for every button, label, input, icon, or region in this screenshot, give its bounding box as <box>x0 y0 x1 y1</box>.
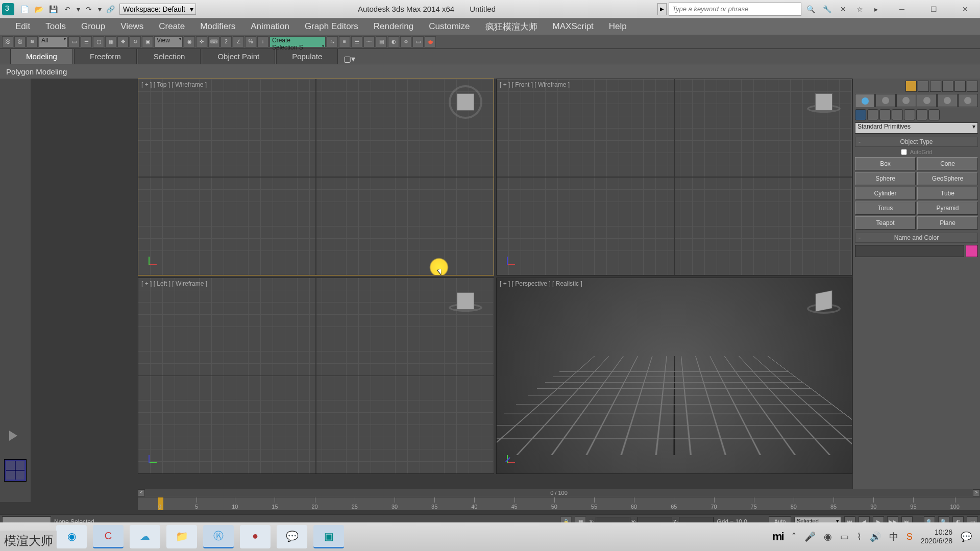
named-selection-dropdown[interactable]: Create Selection S <box>270 36 326 47</box>
teapot-button[interactable]: Teapot <box>855 216 916 230</box>
plane-button[interactable]: Plane <box>917 216 978 230</box>
menu-plugin[interactable]: 疯狂模渲大师 <box>485 21 537 33</box>
keyboard-shortcut-icon[interactable]: ⌨ <box>208 36 219 47</box>
ribbon-expand-icon[interactable]: ▢▾ <box>339 54 359 64</box>
favorites-icon[interactable]: ☆ <box>853 3 866 15</box>
maximize-button[interactable]: ☐ <box>921 4 946 14</box>
objecttype-rollout[interactable]: Object Type <box>855 137 978 147</box>
close-button[interactable]: ✕ <box>952 4 978 14</box>
cone-button[interactable]: Cone <box>917 157 978 170</box>
select-region-icon[interactable]: ▢ <box>93 36 104 47</box>
select-rotate-icon[interactable]: ↻ <box>130 36 141 47</box>
helpers-subtab[interactable] <box>904 109 915 120</box>
hierarchy-tab[interactable] <box>896 94 916 107</box>
pyramid-button[interactable]: Pyramid <box>917 202 978 215</box>
redo-icon[interactable]: ↷ <box>83 3 95 15</box>
search-input[interactable] <box>669 3 801 16</box>
menu-maxscript[interactable]: MAXScript <box>553 21 594 32</box>
menu-help[interactable]: Help <box>609 21 627 32</box>
material-editor-icon[interactable]: ◐ <box>388 36 399 47</box>
cp-icon-3[interactable] <box>930 81 941 92</box>
ribbon-tab-freeform[interactable]: Freeform <box>74 48 137 64</box>
tray-ime-icon[interactable]: 中 <box>889 531 898 543</box>
cp-icon-5[interactable] <box>954 81 966 92</box>
modify-tab[interactable] <box>875 94 895 107</box>
undo-dd-icon[interactable]: ▾ <box>76 3 81 15</box>
cylinder-button[interactable]: Cylinder <box>855 187 916 200</box>
select-object-icon[interactable]: ▭ <box>68 36 80 47</box>
window-crossing-icon[interactable]: ▦ <box>105 36 116 47</box>
viewport-layout-icon[interactable] <box>4 459 27 482</box>
link-icon[interactable]: 🔗 <box>104 3 116 15</box>
exchange-icon[interactable]: ✕ <box>837 3 849 15</box>
menu-views[interactable]: Views <box>120 21 143 32</box>
menu-edit[interactable]: Edit <box>15 21 30 32</box>
help-dd-icon[interactable]: ▸ <box>870 3 882 15</box>
menu-modifiers[interactable]: Modifiers <box>200 21 235 32</box>
menu-customize[interactable]: Customize <box>429 21 470 32</box>
minimize-button[interactable]: ─ <box>889 4 915 14</box>
select-scale-icon[interactable]: ▣ <box>142 36 153 47</box>
viewport-front-label[interactable]: [ + ] [ Front ] [ Wireframe ] <box>500 81 570 88</box>
render-icon[interactable]: 🫖 <box>425 36 436 47</box>
namecolor-rollout[interactable]: Name and Color <box>855 233 978 243</box>
frame-prev-icon[interactable]: < <box>138 489 145 496</box>
shapes-subtab[interactable] <box>867 109 878 120</box>
schematic-icon[interactable]: ▤ <box>376 36 387 47</box>
cp-icon-2[interactable] <box>918 81 929 92</box>
geometry-subtab[interactable] <box>855 109 866 120</box>
tray-chevron-icon[interactable]: ˄ <box>792 531 796 542</box>
scene-explorer-toggle-icon[interactable] <box>9 431 17 441</box>
ribbon-tab-objectpaint[interactable]: Object Paint <box>202 48 275 64</box>
create-tab[interactable] <box>855 94 875 107</box>
select-link-icon[interactable]: ⛓ <box>2 36 13 47</box>
ribbon-tab-populate[interactable]: Populate <box>276 48 338 64</box>
taskbar-app3-icon[interactable]: Ⓚ <box>203 525 234 548</box>
bind-spacewarp-icon[interactable]: ≋ <box>27 36 38 47</box>
viewport-top[interactable]: [ + ] [ Top ] [ Wireframe ] <box>138 79 494 276</box>
taskbar-edge-icon[interactable]: ◉ <box>56 525 87 548</box>
category-dropdown[interactable]: Standard Primitives <box>855 122 978 134</box>
taskbar-clock[interactable]: 10:26 2020/6/28 <box>921 528 952 545</box>
align-icon[interactable]: ≡ <box>339 36 350 47</box>
motion-tab[interactable] <box>917 94 937 107</box>
app-logo-icon[interactable] <box>2 3 14 15</box>
taskbar-wechat-icon[interactable]: 💬 <box>277 525 307 548</box>
open-icon[interactable]: 📂 <box>33 3 45 15</box>
ribbon-tab-modeling[interactable]: Modeling <box>10 48 73 64</box>
tray-volume-icon[interactable]: 🔊 <box>870 531 881 542</box>
select-manip-icon[interactable]: ✜ <box>196 36 207 47</box>
viewcube-left[interactable] <box>453 288 478 314</box>
taskbar-app1-icon[interactable]: C <box>93 525 124 548</box>
geosphere-button[interactable]: GeoSphere <box>917 172 978 185</box>
render-frame-icon[interactable]: ▭ <box>412 36 424 47</box>
menu-grapheditors[interactable]: Graph Editors <box>305 21 358 32</box>
unlink-icon[interactable]: ⛓ <box>14 36 26 47</box>
subscription-icon[interactable]: 🔧 <box>821 3 833 15</box>
frame-slider[interactable]: < 0 / 100 > <box>138 489 980 497</box>
pivot-center-icon[interactable]: ◉ <box>184 36 195 47</box>
curve-editor-icon[interactable]: 〰 <box>363 36 375 47</box>
autogrid-checkbox[interactable] <box>901 149 907 155</box>
tray-battery-icon[interactable]: ▭ <box>840 531 849 542</box>
sphere-button[interactable]: Sphere <box>855 172 916 185</box>
menu-create[interactable]: Create <box>159 21 185 32</box>
object-color-swatch[interactable] <box>966 245 978 257</box>
workspace-dropdown[interactable]: Workspace: Default <box>119 4 196 15</box>
infocenter-toggle-icon[interactable]: ▶ <box>657 3 667 15</box>
search-icon[interactable]: 🔍 <box>804 3 817 15</box>
select-move-icon[interactable]: ✥ <box>117 36 129 47</box>
ribbon-tab-selection[interactable]: Selection <box>138 48 201 64</box>
tray-sogou-icon[interactable]: S <box>906 532 913 542</box>
menu-animation[interactable]: Animation <box>251 21 289 32</box>
redo-dd-icon[interactable]: ▾ <box>97 3 102 15</box>
display-tab[interactable] <box>937 94 957 107</box>
select-name-icon[interactable]: ☰ <box>81 36 92 47</box>
taskbar-app2-icon[interactable]: ☁ <box>130 525 160 548</box>
viewcube-front[interactable] <box>811 89 837 115</box>
tray-wifi-icon[interactable]: ⌇ <box>857 531 862 542</box>
utilities-tab[interactable] <box>958 94 978 107</box>
spacewarps-subtab[interactable] <box>916 109 927 120</box>
menu-tools[interactable]: Tools <box>45 21 66 32</box>
render-setup-icon[interactable]: ⚙ <box>400 36 411 47</box>
